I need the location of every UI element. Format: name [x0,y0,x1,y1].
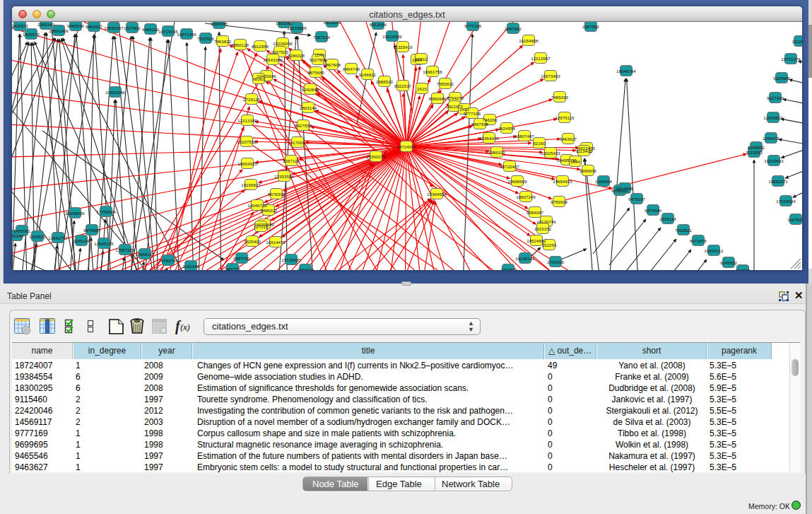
svg-text:9465546: 9465546 [67,23,85,28]
svg-text:1192344: 1192344 [182,264,199,269]
svg-text:16210643: 16210643 [764,158,784,163]
svg-text:8678332: 8678332 [268,192,286,197]
svg-text:7357224: 7357224 [313,35,331,40]
svg-text:15751074: 15751074 [781,57,801,62]
svg-text:12213967: 12213967 [531,56,551,61]
svg-text:9084067: 9084067 [526,210,544,215]
svg-text:417004: 417004 [290,140,305,145]
svg-text:19166827: 19166827 [241,182,261,187]
svg-text:9498222: 9498222 [260,208,278,213]
svg-text:16914479: 16914479 [266,240,286,245]
svg-text:8912954: 8912954 [252,44,269,49]
svg-text:10046736: 10046736 [247,203,267,208]
svg-text:1615152: 1615152 [534,226,552,231]
svg-text:1244415: 1244415 [763,136,780,141]
svg-text:391149: 391149 [12,233,24,238]
svg-text:8267110: 8267110 [283,158,300,163]
svg-text:2935114: 2935114 [659,216,676,221]
svg-text:3875685: 3875685 [307,70,325,75]
svg-text:1167534: 1167534 [787,217,802,222]
svg-text:1546: 1546 [314,52,324,57]
svg-text:2718126: 2718126 [243,97,261,102]
svg-text:1145194: 1145194 [73,238,90,243]
svg-text:10688609: 10688609 [507,179,527,184]
svg-text:3215953: 3215953 [746,150,763,155]
svg-text:8990448: 8990448 [429,96,447,101]
svg-text:8454749: 8454749 [343,66,360,71]
svg-text:924565: 924565 [736,268,751,271]
svg-text:12942757: 12942757 [48,235,68,240]
svg-text:2069140: 2069140 [37,22,55,27]
svg-text:252254: 252254 [542,243,557,247]
svg-text:9756928: 9756928 [551,199,568,204]
svg-text:16961758: 16961758 [423,69,442,74]
svg-text:6466160: 6466160 [142,27,160,32]
svg-text:1527602: 1527602 [124,25,141,30]
svg-text:18724007: 18724007 [396,144,416,149]
svg-text:19654923: 19654923 [237,161,257,166]
svg-text:161361: 161361 [501,267,516,271]
svg-text:10654112: 10654112 [704,248,724,253]
svg-text:19654923: 19654923 [553,179,572,184]
svg-text:2867608: 2867608 [324,62,341,67]
svg-text:17359924: 17359924 [96,209,116,214]
svg-text:17016504: 17016504 [776,199,796,204]
svg-text:127213: 127213 [254,224,269,229]
svg-text:7663822: 7663822 [214,39,232,44]
svg-text:10807487: 10807487 [514,134,534,139]
svg-text:7986322: 7986322 [488,150,506,155]
svg-text:1571648: 1571648 [297,267,314,271]
svg-text:9474444: 9474444 [645,208,662,213]
svg-text:19218506: 19218506 [382,34,402,39]
svg-text:9245652: 9245652 [720,260,738,265]
svg-text:9216648: 9216648 [616,186,634,191]
svg-text:8860128: 8860128 [232,42,249,47]
svg-text:12505135: 12505135 [94,241,114,246]
svg-text:15720407: 15720407 [500,164,519,169]
svg-text:8427552: 8427552 [295,123,312,128]
svg-text:3624554: 3624554 [498,126,516,131]
svg-text:20206536: 20206536 [65,211,85,216]
svg-text:7485063: 7485063 [551,95,569,100]
svg-text:16648784: 16648784 [616,69,636,74]
svg-text:11325419: 11325419 [393,45,413,49]
svg-text:7632621: 7632621 [675,228,693,233]
svg-text:9463627: 9463627 [560,136,577,141]
svg-text:25300275: 25300275 [366,154,386,159]
svg-text:9975887: 9975887 [83,228,101,233]
svg-text:16543382: 16543382 [263,57,283,62]
svg-text:9327508: 9327508 [310,57,327,62]
svg-text:12093822: 12093822 [763,115,783,120]
svg-text:20691406: 20691406 [49,28,69,33]
svg-text:1405572: 1405572 [23,32,40,37]
svg-text:9146821: 9146821 [359,72,377,77]
svg-text:16033809: 16033809 [287,25,307,30]
svg-text:19384554: 19384554 [427,192,447,197]
svg-text:10655267: 10655267 [104,25,124,30]
svg-text:10719155: 10719155 [158,29,178,34]
svg-text:9457791: 9457791 [233,256,251,261]
svg-text:2087682: 2087682 [505,26,522,31]
svg-text:8813054: 8813054 [324,22,341,25]
svg-text:62160: 62160 [533,141,546,146]
svg-text:7625402: 7625402 [244,239,261,244]
svg-text:16782759: 16782759 [158,258,178,263]
svg-text:1112841: 1112841 [792,39,802,44]
svg-text:1644: 1644 [570,159,580,164]
svg-text:9113403: 9113403 [575,148,592,153]
svg-text:6794078: 6794078 [447,95,464,100]
svg-text:9777169: 9777169 [464,111,481,116]
svg-text:9227343: 9227343 [767,95,784,100]
svg-text:20053346: 20053346 [105,90,125,95]
svg-text:7955812: 7955812 [437,81,454,86]
svg-text:10025433: 10025433 [541,151,560,156]
svg-text:16671355: 16671355 [177,32,196,37]
svg-text:8813054: 8813054 [370,22,387,27]
svg-text:2615: 2615 [417,86,427,91]
svg-text:18807249: 18807249 [516,194,536,199]
svg-text:12975115: 12975115 [555,115,575,120]
svg-text:1435061: 1435061 [13,228,31,233]
svg-text:6497568: 6497568 [471,122,489,127]
svg-text:12213389: 12213389 [237,118,257,123]
svg-text:15226058: 15226058 [273,41,293,46]
